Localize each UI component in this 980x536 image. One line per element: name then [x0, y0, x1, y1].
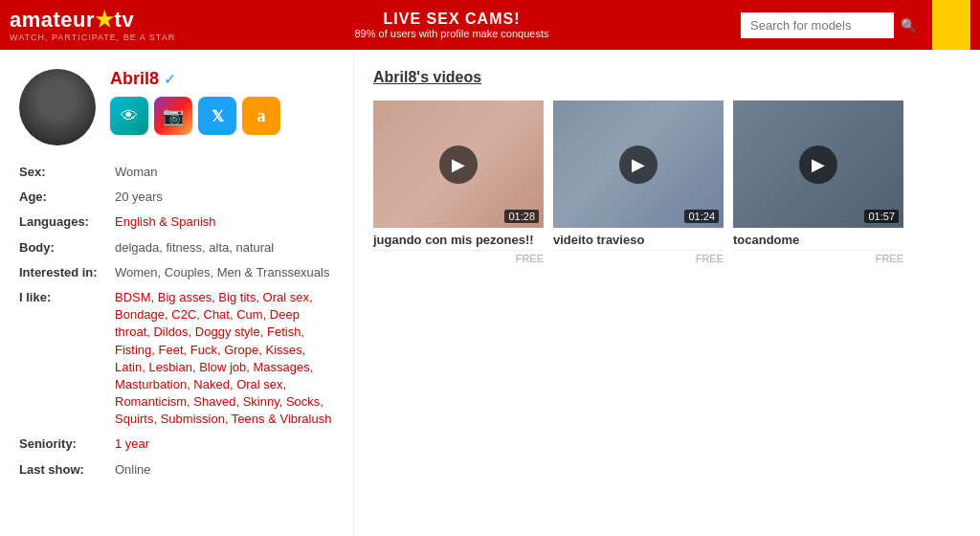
play-button-3[interactable]: ▶: [799, 145, 837, 184]
live-cams-banner: LIVE SEX CAMS! 89% of users with profile…: [182, 11, 722, 39]
label-ilike: I like:: [19, 289, 115, 429]
info-table: Sex: Woman Age: 20 years Languages: Engl…: [19, 160, 334, 482]
profile-name-row: Abril8 ✓: [110, 69, 280, 89]
main-content: Abril8 ✓ 👁 📷 𝕏 a Sex: Woman Age: 20: [0, 50, 980, 536]
info-row-seniority: Seniority: 1 year: [19, 432, 334, 457]
value-body: delgada, fitness, alta, natural: [115, 239, 274, 257]
video-card-2[interactable]: ▶ 01:24 videito travieso FREE: [553, 100, 724, 267]
play-button-1[interactable]: ▶: [439, 145, 478, 184]
info-row-lastshow: Last show: Online: [19, 458, 334, 482]
video-thumbnail-3[interactable]: ▶ 01:57: [733, 100, 903, 228]
logo-star: ★: [95, 8, 115, 32]
value-sex: Woman: [115, 164, 158, 181]
verified-icon: ✓: [164, 70, 176, 88]
logo-area: amateur★tv WATCH, PARTICIPATE, BE A STAR: [10, 8, 182, 42]
video-thumbnail-2[interactable]: ▶ 01:24: [553, 100, 724, 228]
video-info-1: jugando con mis pezones!! FREE: [373, 228, 544, 267]
value-seniority: 1 year: [115, 436, 149, 453]
value-age: 20 years: [115, 189, 163, 206]
value-interested: Women, Couples, Men & Transsexuals: [115, 264, 329, 281]
profile-panel: Abril8 ✓ 👁 📷 𝕏 a Sex: Woman Age: 20: [0, 50, 354, 536]
avatar-silhouette: [19, 69, 96, 145]
live-cams-subtitle: 89% of users with profile make conquests: [182, 28, 722, 39]
info-row-age: Age: 20 years: [19, 185, 334, 210]
videos-panel: Abril8's videos ▶ 01:28 jugando con mis …: [354, 50, 980, 536]
search-input-wrap: 🔍: [741, 12, 923, 38]
twitter-social-button[interactable]: 𝕏: [198, 97, 236, 135]
search-button[interactable]: 🔍: [894, 12, 923, 38]
social-icons: 👁 📷 𝕏 a: [110, 97, 280, 135]
video-free-badge-2: FREE: [553, 250, 724, 264]
video-title-3: tocandome: [733, 233, 903, 247]
search-area: 🔍: [741, 12, 923, 38]
video-duration-3: 01:57: [864, 210, 899, 223]
amazon-social-button[interactable]: a: [242, 97, 280, 135]
value-lastshow: Online: [115, 461, 151, 479]
video-title-2: videito travieso: [553, 233, 724, 247]
video-free-badge-3: FREE: [733, 250, 903, 264]
video-free-badge-1: FREE: [373, 250, 544, 264]
info-row-body: Body: delgada, fitness, alta, natural: [19, 235, 334, 260]
label-lastshow: Last show:: [19, 461, 115, 479]
live-cams-title: LIVE SEX CAMS!: [182, 11, 722, 28]
label-interested: Interested in:: [19, 264, 115, 281]
info-row-sex: Sex: Woman: [19, 160, 334, 185]
videos-grid: ▶ 01:28 jugando con mis pezones!! FREE ▶…: [373, 100, 961, 267]
video-card-1[interactable]: ▶ 01:28 jugando con mis pezones!! FREE: [373, 100, 544, 267]
label-age: Age:: [19, 189, 115, 206]
label-body: Body:: [19, 239, 115, 257]
header: amateur★tv WATCH, PARTICIPATE, BE A STAR…: [0, 0, 980, 50]
eye-social-button[interactable]: 👁: [110, 97, 148, 135]
video-duration-2: 01:24: [684, 210, 719, 223]
label-sex: Sex:: [19, 164, 115, 181]
videos-section-title: Abril8's videos: [373, 69, 961, 86]
value-languages: English & Spanish: [115, 213, 216, 231]
info-row-ilike: I like: BDSM, Big asses, Big tits, Oral …: [19, 285, 334, 433]
video-thumbnail-1[interactable]: ▶ 01:28: [373, 100, 544, 228]
yellow-box: [932, 0, 970, 50]
info-row-languages: Languages: English & Spanish: [19, 210, 334, 234]
video-card-3[interactable]: ▶ 01:57 tocandome FREE: [733, 100, 903, 267]
value-ilike: BDSM, Big asses, Big tits, Oral sex, Bon…: [115, 289, 334, 429]
label-seniority: Seniority:: [19, 436, 115, 453]
instagram-social-button[interactable]: 📷: [154, 97, 192, 135]
video-title-1: jugando con mis pezones!!: [373, 233, 544, 247]
profile-name: Abril8: [110, 69, 159, 89]
avatar: [19, 69, 96, 145]
play-button-2[interactable]: ▶: [619, 145, 657, 184]
logo-subtitle: WATCH, PARTICIPATE, BE A STAR: [10, 33, 182, 42]
info-row-interested: Interested in: Women, Couples, Men & Tra…: [19, 260, 334, 285]
video-info-3: tocandome FREE: [733, 228, 903, 267]
video-info-2: videito travieso FREE: [553, 228, 724, 267]
video-duration-1: 01:28: [504, 210, 539, 223]
label-languages: Languages:: [19, 213, 115, 231]
profile-right: Abril8 ✓ 👁 📷 𝕏 a: [110, 69, 280, 135]
logo-title[interactable]: amateur★tv: [10, 8, 182, 33]
profile-top: Abril8 ✓ 👁 📷 𝕏 a: [19, 69, 334, 145]
